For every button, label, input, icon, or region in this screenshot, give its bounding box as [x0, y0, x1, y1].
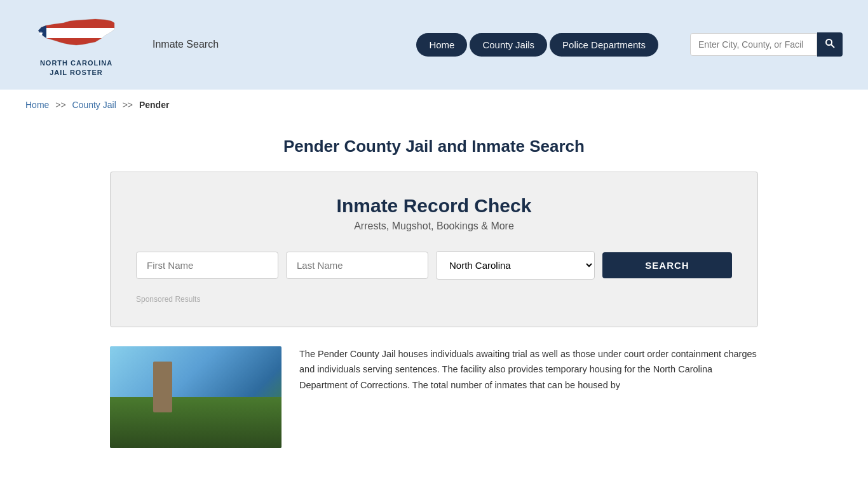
description-section: The Pender County Jail houses individual… [110, 346, 758, 448]
svg-point-6 [826, 39, 832, 45]
main-content: Pender County Jail and Inmate Search Inm… [85, 120, 783, 473]
inmate-search-button[interactable]: SEARCH [602, 252, 732, 278]
state-select[interactable]: AlabamaAlaskaArizonaArkansasCaliforniaCo… [436, 251, 595, 280]
page-title: Pender County Jail and Inmate Search [110, 137, 758, 156]
logo-text: NORTH CAROLINA JAIL ROSTER [40, 58, 112, 78]
header-search-input[interactable] [690, 33, 817, 56]
search-icon [825, 38, 835, 48]
svg-text:★: ★ [38, 30, 44, 37]
record-check-subtitle: Arrests, Mugshot, Bookings & More [136, 220, 732, 232]
breadcrumb-sep2: >> [123, 100, 133, 110]
nc-logo-icon: ★ [35, 11, 118, 56]
nav-county-jails-button[interactable]: County Jails [470, 33, 547, 57]
breadcrumb-current: Pender [139, 100, 169, 110]
nav-police-departments-button[interactable]: Police Departments [550, 33, 658, 57]
breadcrumb-home-link[interactable]: Home [25, 100, 49, 110]
header-search-area [690, 32, 843, 57]
site-header: ★ NORTH CAROLINA JAIL ROSTER Inmate Sear… [0, 0, 868, 90]
svg-line-7 [831, 44, 834, 48]
sponsored-label: Sponsored Results [136, 295, 732, 304]
header-search-button[interactable] [817, 32, 843, 57]
facility-image [110, 346, 281, 448]
main-nav: Home County Jails Police Departments [416, 33, 658, 57]
breadcrumb-sep1: >> [55, 100, 65, 110]
inmate-search-label: Inmate Search [153, 39, 219, 50]
inmate-search-form: AlabamaAlaskaArizonaArkansasCaliforniaCo… [136, 251, 732, 280]
first-name-input[interactable] [136, 252, 278, 279]
description-text: The Pender County Jail houses individual… [299, 346, 758, 393]
record-check-title: Inmate Record Check [136, 195, 732, 217]
inmate-record-check-box: Inmate Record Check Arrests, Mugshot, Bo… [110, 172, 758, 327]
breadcrumb: Home >> County Jail >> Pender [0, 90, 868, 120]
logo-area: ★ NORTH CAROLINA JAIL ROSTER [25, 11, 127, 78]
breadcrumb-county-jail-link[interactable]: County Jail [72, 100, 116, 110]
last-name-input[interactable] [286, 252, 428, 279]
nav-home-button[interactable]: Home [416, 33, 467, 57]
